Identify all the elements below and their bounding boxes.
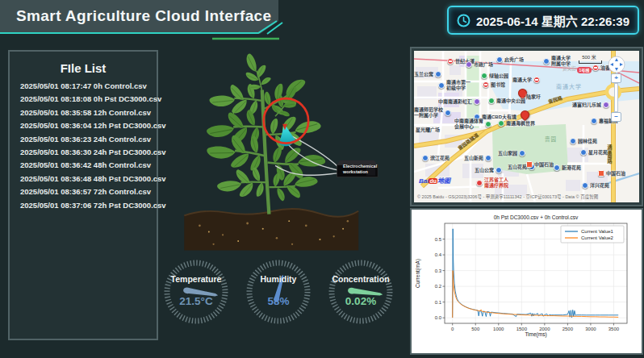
map-poi[interactable]: 新港花苑 (554, 164, 581, 171)
map-poi[interactable]: 市政广场 (466, 61, 493, 68)
gauge-label: Humidity (243, 274, 314, 284)
file-list-item[interactable]: 2025/05/01 08:36:42 48h Control.csv (20, 159, 152, 172)
map-poi[interactable]: 星月花苑 (580, 149, 608, 156)
poi-icon (496, 167, 502, 173)
map-poi[interactable]: 南通师范学校 一附属小学 (414, 107, 451, 119)
metro-line-badge: 1号线 (577, 67, 592, 73)
map-poi[interactable]: 中国石油 (526, 161, 554, 168)
map-scale-label: 500 米 (577, 53, 601, 60)
file-list-item[interactable]: 2025/05/01 08:36:23 24h Control.csv (20, 133, 152, 146)
gauge-value: 0.02% (325, 295, 396, 307)
poi-icon (603, 102, 609, 108)
file-list-title: FIle List (10, 61, 157, 75)
map-poi[interactable]: 滨江花苑 (422, 155, 450, 161)
map-poi[interactable]: 五山公寓 (475, 167, 502, 173)
map-poi[interactable]: 南通中央公园 (488, 98, 525, 104)
poi-icon (543, 58, 550, 65)
workstation-label: Electrochemical workstation (343, 164, 383, 175)
file-list-item[interactable]: 2025/05/01 08:17:47 0h Control.csv (20, 80, 152, 93)
map-poi[interactable]: 洋兴花苑 (582, 182, 609, 189)
file-list: 2025/05/01 08:17:47 0h Control.csv 2025/… (10, 80, 157, 212)
file-list-panel: FIle List 2025/05/01 08:17:47 0h Control… (8, 50, 158, 340)
map-poi[interactable]: 五山家园 (498, 150, 525, 156)
svg-text:0.5: 0.5 (435, 237, 442, 242)
map-poi[interactable]: 中南南通体育 会展中心 (454, 119, 491, 130)
baidu-logo[interactable]: Baidu地图 (419, 176, 450, 185)
svg-text:1000: 1000 (493, 327, 504, 331)
map-poi[interactable]: 江苏省工人 南通疗养院 (476, 177, 508, 189)
map-poi[interactable]: 南通大学 (512, 77, 540, 83)
page-title: Smart Agriculture Cloud Interface (16, 7, 272, 25)
poi-icon (591, 118, 597, 124)
poi-icon (570, 138, 576, 144)
map-poi[interactable]: 南通市第一 初级中学 (438, 80, 470, 91)
current-line-chart: 05001000150020002500300035000.00.10.20.3… (412, 212, 638, 349)
road-closed-icon (592, 65, 599, 71)
svg-text:3000: 3000 (585, 327, 596, 331)
poi-icon (554, 164, 560, 171)
baidu-map[interactable]: 世纪大道 市政广场 启秀广场 南通大学 附属中学 玉兰公寓 南通市第一 初级中学… (414, 51, 639, 202)
svg-text:0.2: 0.2 (435, 284, 442, 289)
hospital-icon (476, 180, 483, 186)
poi-icon (498, 120, 504, 127)
map-poi[interactable]: 南通海枫世界 (498, 120, 535, 127)
map-copyright: © 2025 Baidu - GS(2023)3206号 - 甲测资字11111… (417, 194, 637, 200)
map-poi[interactable]: 绿轴公园 (481, 73, 508, 79)
road-label: 通富南路 (606, 144, 613, 164)
map-zoom-slider[interactable] (614, 83, 618, 112)
road-closed-icon (533, 77, 540, 83)
file-list-item[interactable]: 2025/05/01 08:18:08 0h Pst DC3000.csv (20, 93, 152, 106)
map-compass-control[interactable] (608, 56, 625, 73)
poi-icon (580, 149, 587, 156)
map-poi[interactable]: 玉兰公寓 (414, 71, 441, 77)
map-poi[interactable]: 五山新苑 (464, 155, 491, 161)
map-scale-bar (579, 60, 602, 64)
svg-text:500: 500 (471, 327, 480, 331)
gauge-value: 58% (243, 295, 314, 307)
campus-label: 南通大学 (556, 82, 582, 90)
file-list-item[interactable]: 2025/05/01 08:36:57 72h Control.csv (20, 185, 152, 198)
svg-text:0.4: 0.4 (435, 252, 442, 257)
poi-icon (481, 73, 487, 79)
map-poi[interactable]: 图书馆 (483, 81, 505, 88)
gauge-temperature: Temperature 21.5°C (161, 256, 232, 327)
svg-text:3500: 3500 (608, 327, 620, 331)
poi-icon (438, 82, 445, 89)
map-zoom-in-button[interactable]: + (611, 73, 621, 83)
datetime-badge: 2025-06-14 星期六 22:26:39 (447, 6, 639, 35)
gauge-label: Concentration (325, 274, 396, 284)
map-poi-label: 陆家圩 (526, 94, 541, 100)
map-poi[interactable]: 园林佳苑 (570, 138, 597, 144)
file-list-item[interactable]: 2025/05/01 08:36:30 24h Pst DC3000.csv (20, 146, 152, 159)
map-street-label: 贲头街 (562, 65, 576, 72)
chart-panel: 05001000150020002500300035000.00.10.20.3… (410, 208, 643, 355)
soil (184, 209, 358, 250)
svg-text:0.0: 0.0 (435, 315, 442, 320)
svg-text:Current Value1: Current Value1 (581, 229, 614, 234)
plant-illustration (165, 50, 404, 258)
svg-text:0h Pst DC3000.csv + 0h Control: 0h Pst DC3000.csv + 0h Control.csv (494, 214, 579, 220)
poi-icon (474, 98, 480, 105)
poi-icon (466, 61, 472, 68)
poi-icon (435, 71, 441, 77)
map-zoom-out-button[interactable]: − (611, 112, 621, 122)
svg-text:0.3: 0.3 (435, 268, 442, 273)
map-panel: 世纪大道 市政广场 启秀广场 南通大学 附属中学 玉兰公寓 南通市第一 初级中学… (410, 47, 643, 206)
file-list-item[interactable]: 2025/05/01 08:36:48 48h Pst DC3000.csv (20, 173, 152, 185)
file-list-item[interactable]: 2025/05/01 08:35:58 12h Control.csv (20, 106, 152, 119)
file-list-item[interactable]: 2025/05/01 08:37:06 72h Pst DC3000.csv (20, 199, 152, 212)
map-poi[interactable]: 中南南通彩虹汇 (438, 98, 480, 105)
gauge-value: 21.5°C (161, 295, 232, 307)
map-poi[interactable]: 中国石油 (598, 170, 625, 177)
petro-station-icon (526, 161, 533, 168)
map-poi-label: 星光耀广场 (416, 127, 440, 133)
poi-icon (422, 155, 429, 161)
svg-text:2500: 2500 (562, 327, 574, 331)
poi-icon (485, 155, 491, 161)
svg-text:Time(ms): Time(ms) (525, 331, 546, 338)
poi-icon (582, 182, 588, 189)
map-poi[interactable]: 通富妇儿乐城 (572, 102, 609, 108)
file-list-item[interactable]: 2025/05/01 08:36:04 12h Pst DC3000.csv (20, 119, 152, 132)
gauge-label: Temperature (161, 274, 232, 284)
map-poi[interactable]: 启秀广场 (496, 56, 524, 63)
